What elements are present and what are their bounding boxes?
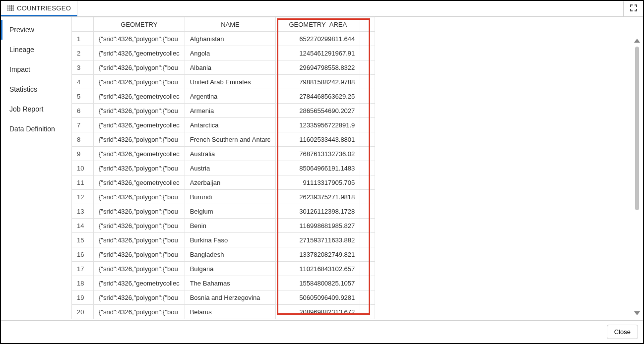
dialog-body: Preview Lineage Impact Statistics Job Re… (1, 17, 643, 320)
cell-area: 79881588242.9788 (276, 75, 360, 89)
scroll-up-icon[interactable] (634, 39, 640, 43)
cell-area: 271593711633.882 (276, 233, 360, 247)
column-header-area[interactable]: GEOMETRY_AREA (276, 17, 360, 32)
cell-rownum: 10 (72, 161, 94, 175)
sidebar-item-label: Impact (9, 65, 30, 73)
title-tab-label: COUNTRIESGEO (17, 4, 71, 12)
sidebar-item-job-report[interactable]: Job Report (1, 99, 71, 119)
cell-area: 116998681985.827 (276, 219, 360, 233)
cell-rownum: 20 (72, 305, 94, 319)
cell-geometry: {"srid":4326,"geometrycollec (94, 118, 185, 132)
cell-geometry: {"srid":4326,"polygon":{"bou (94, 32, 185, 46)
sidebar-item-statistics[interactable]: Statistics (1, 79, 71, 99)
table-row[interactable]: 8{"srid":4326,"polygon":{"bouFrench Sout… (72, 132, 375, 147)
cell-name: Azerbaijan (185, 175, 276, 190)
cell-geometry: {"srid":4326,"polygon":{"bou (94, 75, 185, 89)
cell-extra (360, 89, 375, 104)
cell-geometry: {"srid":4326,"polygon":{"bou (94, 104, 185, 118)
cell-extra (360, 75, 375, 89)
table-row[interactable]: 15{"srid":4326,"polygon":{"bouBurkina Fa… (72, 233, 375, 247)
data-grid: GEOMETRY NAME GEOMETRY_AREA 1{"srid":432… (71, 17, 375, 319)
cell-name: Belgium (185, 204, 276, 219)
table-row[interactable]: 16{"srid":4326,"polygon":{"bouBangladesh… (72, 247, 375, 262)
grid-container: GEOMETRY NAME GEOMETRY_AREA 1{"srid":432… (71, 17, 643, 320)
cell-geometry: {"srid":4326,"polygon":{"bou (94, 132, 185, 147)
cell-rownum: 5 (72, 89, 94, 104)
titlebar-spacer (77, 1, 623, 16)
cell-name: Belarus (185, 305, 276, 319)
cell-geometry: {"srid":4326,"polygon":{"bou (94, 190, 185, 204)
column-header-extra[interactable] (360, 17, 375, 32)
table-row[interactable]: 17{"srid":4326,"polygon":{"bouBulgaria11… (72, 262, 375, 276)
cell-name: The Bahamas (185, 276, 276, 290)
table-row[interactable]: 19{"srid":4326,"polygon":{"bouBosnia and… (72, 290, 375, 305)
header-row: GEOMETRY NAME GEOMETRY_AREA (72, 17, 375, 32)
cell-name: Australia (185, 147, 276, 161)
table-row[interactable]: 12{"srid":4326,"polygon":{"bouBurundi262… (72, 190, 375, 204)
cell-area: 15584800825.1057 (276, 276, 360, 290)
cell-area: 85064966191.1483 (276, 161, 360, 175)
sidebar-item-data-definition[interactable]: Data Definition (1, 119, 71, 139)
cell-name: Benin (185, 219, 276, 233)
column-header-rownum[interactable] (72, 17, 94, 32)
close-button[interactable]: Close (607, 325, 638, 339)
table-row[interactable]: 20{"srid":4326,"polygon":{"bouBelarus208… (72, 305, 375, 319)
cell-geometry: {"srid":4326,"geometrycollec (94, 147, 185, 161)
cell-extra (360, 247, 375, 262)
column-header-name[interactable]: NAME (185, 17, 276, 32)
table-row[interactable]: 11{"srid":4326,"geometrycollecAzerbaijan… (72, 175, 375, 190)
scroll-thumb[interactable] (635, 47, 639, 210)
cell-geometry: {"srid":4326,"polygon":{"bou (94, 247, 185, 262)
expand-button[interactable] (623, 1, 643, 16)
table-row[interactable]: 7{"srid":4326,"geometrycollecAntarctica1… (72, 118, 375, 132)
scroll-down-icon[interactable] (634, 311, 640, 315)
cell-rownum: 4 (72, 75, 94, 89)
sidebar-item-impact[interactable]: Impact (1, 59, 71, 79)
table-row[interactable]: 18{"srid":4326,"geometrycollecThe Bahama… (72, 276, 375, 290)
cell-area: 652270299811.644 (276, 32, 360, 46)
cell-geometry: {"srid":4326,"polygon":{"bou (94, 305, 185, 319)
cell-extra (360, 219, 375, 233)
sidebar-item-label: Lineage (9, 46, 34, 54)
sidebar-item-lineage[interactable]: Lineage (1, 40, 71, 59)
table-row[interactable]: 4{"srid":4326,"polygon":{"bouUnited Arab… (72, 75, 375, 89)
cell-extra (360, 104, 375, 118)
sidebar-item-preview[interactable]: Preview (1, 20, 71, 40)
cell-name: United Arab Emirates (185, 75, 276, 89)
cell-geometry: {"srid":4326,"geometrycollec (94, 89, 185, 104)
cell-area: 110216843102.657 (276, 262, 360, 276)
cell-rownum: 3 (72, 60, 94, 75)
table-row[interactable]: 3{"srid":4326,"polygon":{"bouAlbania2969… (72, 60, 375, 75)
cell-rownum: 19 (72, 290, 94, 305)
cell-name: Armenia (185, 104, 276, 118)
table-row[interactable]: 13{"srid":4326,"polygon":{"bouBelgium301… (72, 204, 375, 219)
cell-name: Burkina Faso (185, 233, 276, 247)
cell-area: 29694798558.8322 (276, 60, 360, 75)
cell-rownum: 15 (72, 233, 94, 247)
cell-rownum: 18 (72, 276, 94, 290)
expand-icon (630, 4, 637, 13)
cell-geometry: {"srid":4326,"geometrycollec (94, 46, 185, 60)
vertical-scrollbar[interactable] (634, 39, 640, 315)
title-tab[interactable]: COUNTRIESGEO (1, 1, 77, 16)
table-row[interactable]: 6{"srid":4326,"polygon":{"bouArmenia2865… (72, 104, 375, 118)
table-row[interactable]: 2{"srid":4326,"geometrycollecAngola12454… (72, 46, 375, 60)
cell-rownum: 13 (72, 204, 94, 219)
table-row[interactable]: 9{"srid":4326,"geometrycollecAustralia76… (72, 147, 375, 161)
cell-rownum: 17 (72, 262, 94, 276)
cell-extra (360, 276, 375, 290)
table-row[interactable]: 10{"srid":4326,"polygon":{"bouAustria850… (72, 161, 375, 175)
table-row[interactable]: 5{"srid":4326,"geometrycollecArgentina27… (72, 89, 375, 104)
cell-name: Argentina (185, 89, 276, 104)
sidebar-item-label: Preview (9, 26, 34, 34)
table-row[interactable]: 1{"srid":4326,"polygon":{"bouAfghanistan… (72, 32, 375, 46)
cell-rownum: 1 (72, 32, 94, 46)
cell-name: Afghanistan (185, 32, 276, 46)
column-header-geometry[interactable]: GEOMETRY (94, 17, 185, 32)
cell-geometry: {"srid":4326,"polygon":{"bou (94, 60, 185, 75)
cell-rownum: 14 (72, 219, 94, 233)
cell-extra (360, 262, 375, 276)
cell-rownum: 6 (72, 104, 94, 118)
cell-rownum: 8 (72, 132, 94, 147)
table-row[interactable]: 14{"srid":4326,"polygon":{"bouBenin11699… (72, 219, 375, 233)
